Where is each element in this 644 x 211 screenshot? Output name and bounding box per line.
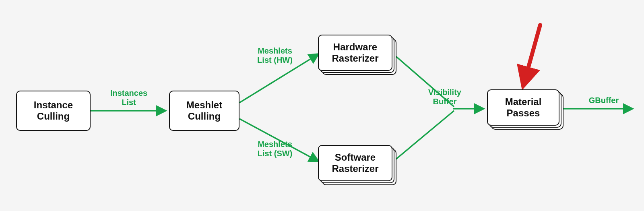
edge-label-instances: InstancesList <box>101 89 157 107</box>
node-material-passes: MaterialPasses <box>487 89 559 126</box>
node-software-rasterizer: SoftwareRasterizer <box>318 145 392 181</box>
edge-label-visibility-buffer: VisibilityBuffer <box>415 88 475 106</box>
edge-sw-out <box>394 111 454 161</box>
edge-label-meshlets-sw: MeshletsList (SW) <box>241 140 309 158</box>
node-label: MeshletCulling <box>186 99 222 122</box>
edge-label-meshlets-hw: MeshletsList (HW) <box>241 46 309 65</box>
edge-label-gbuffer: GBuffer <box>578 96 630 105</box>
node-hardware-rasterizer: HardwareRasterizer <box>318 35 392 71</box>
node-label: SoftwareRasterizer <box>332 152 378 174</box>
diagram-canvas: InstanceCulling MeshletCulling HardwareR… <box>0 0 644 211</box>
node-label: HardwareRasterizer <box>332 41 378 64</box>
node-label: MaterialPasses <box>505 96 542 118</box>
node-meshlet-culling: MeshletCulling <box>169 91 239 131</box>
node-label: InstanceCulling <box>34 99 73 122</box>
annotation-arrow <box>525 25 540 79</box>
node-instance-culling: InstanceCulling <box>16 91 91 131</box>
